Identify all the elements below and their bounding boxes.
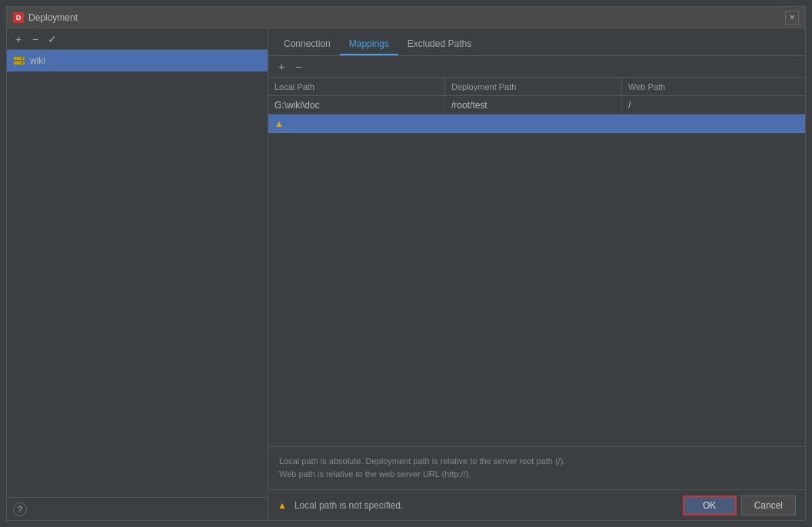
dialog: D Deployment ✕ + − ✓ <box>6 6 806 521</box>
title-bar: D Deployment ✕ <box>7 7 805 28</box>
info-section: Local path is absolute. Deployment path … <box>268 446 805 489</box>
table-row[interactable]: G:\wiki\doc /root/test / <box>268 96 805 114</box>
svg-point-2 <box>22 58 23 59</box>
bottom-warning-icon: ▲ <box>278 500 287 511</box>
sidebar-item-label: wiki <box>30 55 45 66</box>
ok-button[interactable]: OK <box>683 496 737 515</box>
panel-toolbar: + − <box>268 56 805 78</box>
bottom-warning-text: Local path is not specified. <box>295 500 403 511</box>
th-local-path: Local Path <box>268 78 445 95</box>
sidebar-toolbar: + − ✓ <box>7 28 268 50</box>
warning-message: ▲ Local path is not specified. <box>278 500 403 511</box>
warning-icon: ▲ <box>275 118 284 129</box>
app-icon: D <box>13 12 24 23</box>
bottom-bar: ▲ Local path is not specified. OK Cancel <box>268 489 805 520</box>
main-content: + − ✓ wiki ? <box>7 28 805 520</box>
help-button[interactable]: ? <box>13 502 27 516</box>
tabs-bar: Connection Mappings Excluded Paths <box>268 28 805 56</box>
action-buttons: OK Cancel <box>683 496 796 515</box>
close-button[interactable]: ✕ <box>785 11 799 25</box>
warning-cell: ▲ <box>268 114 805 132</box>
panel-remove-button[interactable]: − <box>291 60 305 74</box>
td-deployment-path: /root/test <box>445 96 622 114</box>
mappings-table-container: Local Path Deployment Path Web Path G:\w… <box>268 78 805 446</box>
panel-add-button[interactable]: + <box>275 60 288 74</box>
info-line-1: Local path is absolute. Deployment path … <box>279 455 794 469</box>
right-panel: Connection Mappings Excluded Paths + − L… <box>268 28 805 520</box>
server-icon <box>13 55 25 67</box>
th-deployment-path: Deployment Path <box>445 78 622 95</box>
sidebar-bottom: ? <box>7 497 268 520</box>
sidebar-remove-button[interactable]: − <box>28 32 42 46</box>
sidebar-check-button[interactable]: ✓ <box>45 32 59 46</box>
tab-mappings[interactable]: Mappings <box>340 34 398 55</box>
cancel-button[interactable]: Cancel <box>741 496 796 515</box>
td-web-path: / <box>622 96 805 114</box>
tab-connection[interactable]: Connection <box>275 34 340 55</box>
dialog-title: Deployment <box>28 12 78 23</box>
sidebar-item-wiki[interactable]: wiki <box>7 50 268 71</box>
th-web-path: Web Path <box>622 78 805 95</box>
warning-row[interactable]: ▲ <box>268 114 805 133</box>
sidebar-list: wiki <box>7 50 268 497</box>
tab-excluded-paths[interactable]: Excluded Paths <box>398 34 481 55</box>
sidebar-add-button[interactable]: + <box>12 32 25 46</box>
svg-point-3 <box>22 62 23 64</box>
panel-content: + − Local Path Deployment Path Web Path … <box>268 56 805 489</box>
table-header: Local Path Deployment Path Web Path <box>268 78 805 96</box>
td-local-path: G:\wiki\doc <box>268 96 445 114</box>
info-line-2: Web path is relative to the web server U… <box>279 468 794 482</box>
sidebar: + − ✓ wiki ? <box>7 28 268 520</box>
